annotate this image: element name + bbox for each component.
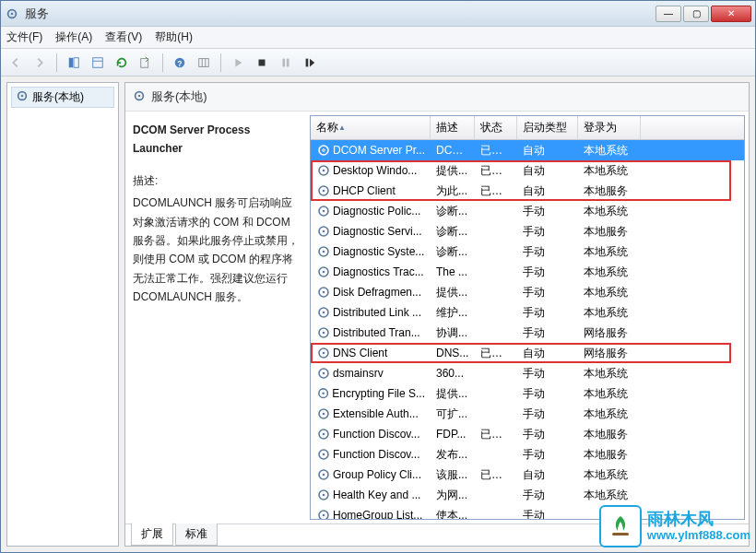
table-row[interactable]: HomeGroup List...使本...手动 bbox=[311, 505, 744, 519]
service-type: 手动 bbox=[517, 488, 578, 503]
svg-point-29 bbox=[323, 230, 325, 233]
col-logon[interactable]: 登录为 bbox=[578, 116, 641, 139]
svg-point-27 bbox=[323, 210, 325, 213]
col-name[interactable]: 名称 ▲ bbox=[311, 116, 431, 139]
tab-standard[interactable]: 标准 bbox=[175, 524, 218, 546]
table-row[interactable]: Desktop Windo...提供...已启动自动本地系统 bbox=[311, 160, 744, 181]
service-name: Disk Defragmen... bbox=[333, 286, 421, 299]
table-row[interactable]: Function Discov...FDP...已启动手动本地服务 bbox=[311, 424, 744, 444]
service-icon bbox=[316, 467, 331, 482]
table-row[interactable]: Diagnostic Servi...诊断...手动本地服务 bbox=[311, 221, 744, 241]
grid-rows[interactable]: DCOM Server Pr...DCO...已启动自动本地系统Desktop … bbox=[311, 140, 744, 519]
menu-view[interactable]: 查看(V) bbox=[105, 29, 142, 45]
service-status: 已启动 bbox=[475, 183, 517, 199]
svg-point-25 bbox=[323, 190, 325, 193]
close-button[interactable]: ✕ bbox=[711, 6, 751, 22]
table-row[interactable]: dsmainsrv360...手动本地系统 bbox=[311, 363, 744, 383]
toolbar-separator bbox=[56, 53, 57, 72]
svg-point-53 bbox=[323, 474, 325, 477]
minimize-button[interactable]: — bbox=[656, 6, 681, 22]
service-type: 手动 bbox=[517, 285, 578, 300]
service-icon bbox=[316, 163, 331, 178]
details-header-text: 服务(本地) bbox=[151, 88, 207, 105]
description-label: 描述: bbox=[133, 171, 299, 190]
table-row[interactable]: Diagnostic Syste...诊断...手动本地系统 bbox=[311, 241, 744, 262]
table-row[interactable]: DNS ClientDNS...已启动自动网络服务 bbox=[311, 343, 744, 363]
svg-rect-12 bbox=[259, 59, 266, 65]
service-icon bbox=[316, 508, 331, 519]
col-desc[interactable]: 描述 bbox=[431, 116, 475, 139]
service-name: Group Policy Cli... bbox=[333, 468, 421, 481]
properties-button[interactable] bbox=[87, 52, 109, 74]
service-logon: 本地系统 bbox=[578, 244, 641, 260]
service-type: 自动 bbox=[517, 346, 578, 361]
tree-pane: 服务(本地) bbox=[6, 82, 119, 547]
menu-action[interactable]: 操作(A) bbox=[55, 29, 92, 45]
service-name: Diagnostic Servi... bbox=[333, 225, 422, 238]
service-name: Function Discov... bbox=[333, 428, 419, 441]
service-logon: 本地服务 bbox=[578, 447, 641, 463]
table-row[interactable]: Group Policy Cli...该服...已启动自动本地系统 bbox=[311, 465, 744, 485]
table-row[interactable]: Disk Defragmen...提供...手动本地系统 bbox=[311, 282, 744, 302]
table-row[interactable]: Diagnostics Trac...The ...手动本地系统 bbox=[311, 262, 744, 282]
table-row[interactable]: Health Key and ...为网...手动本地系统 bbox=[311, 485, 744, 505]
stop-service-button[interactable] bbox=[251, 52, 273, 74]
table-row[interactable]: Encrypting File S...提供...手动本地系统 bbox=[311, 383, 744, 404]
service-desc: 提供... bbox=[431, 285, 475, 300]
svg-rect-14 bbox=[287, 58, 289, 66]
service-logon: 网络服务 bbox=[578, 346, 641, 361]
table-row[interactable]: Distributed Tran...协调...手动网络服务 bbox=[311, 323, 744, 343]
window-controls: — ▢ ✕ bbox=[656, 6, 751, 22]
table-row[interactable]: Distributed Link ...维护...手动本地系统 bbox=[311, 302, 744, 323]
service-logon: 本地系统 bbox=[578, 386, 641, 402]
export-button[interactable] bbox=[135, 52, 157, 74]
service-desc: 该服... bbox=[431, 467, 475, 483]
service-desc: 诊断... bbox=[431, 204, 475, 219]
window-title: 服务 bbox=[25, 6, 656, 22]
service-logon: 网络服务 bbox=[578, 325, 641, 341]
body-area: 服务(本地) 服务(本地) DCOM Server Process Launch… bbox=[1, 76, 755, 552]
service-desc: 提供... bbox=[431, 386, 475, 402]
service-logon: 本地系统 bbox=[578, 143, 641, 159]
menu-file[interactable]: 文件(F) bbox=[6, 29, 42, 45]
table-row[interactable]: Diagnostic Polic...诊断...手动本地系统 bbox=[311, 201, 744, 221]
service-desc: 使本... bbox=[431, 508, 475, 520]
service-name: HomeGroup List... bbox=[333, 509, 422, 519]
tree-node-services-local[interactable]: 服务(本地) bbox=[11, 87, 114, 108]
service-name: Encrypting File S... bbox=[332, 387, 425, 400]
service-logon: 本地系统 bbox=[578, 406, 641, 422]
svg-point-33 bbox=[323, 271, 325, 274]
grid-header: 名称 ▲ 描述 状态 启动类型 登录为 bbox=[311, 116, 744, 140]
service-logon: 本地服务 bbox=[578, 224, 641, 240]
show-hide-tree-button[interactable] bbox=[63, 52, 85, 74]
toolbar-separator bbox=[162, 53, 163, 72]
service-desc: 为此... bbox=[431, 183, 475, 199]
table-row[interactable]: Function Discov...发布...手动本地服务 bbox=[311, 444, 744, 465]
service-icon bbox=[316, 285, 331, 300]
service-logon: 本地系统 bbox=[578, 163, 641, 179]
service-name: Function Discov... bbox=[333, 448, 419, 461]
svg-point-37 bbox=[323, 312, 325, 314]
table-row[interactable]: DHCP Client为此...已启动自动本地服务 bbox=[311, 181, 744, 201]
service-logon: 本地服务 bbox=[578, 183, 641, 199]
details-body: DCOM Server Process Launcher 描述: DCOMLAU… bbox=[125, 112, 749, 524]
refresh-button[interactable] bbox=[111, 52, 133, 74]
col-type[interactable]: 启动类型 bbox=[517, 116, 578, 139]
service-desc: 可扩... bbox=[431, 406, 475, 422]
svg-text:?: ? bbox=[177, 58, 182, 67]
svg-point-47 bbox=[323, 413, 325, 416]
tab-extended[interactable]: 扩展 bbox=[131, 523, 173, 546]
service-desc: 诊断... bbox=[431, 224, 475, 240]
table-row[interactable]: Extensible Auth...可扩...手动本地系统 bbox=[311, 404, 744, 424]
help-button[interactable]: ? bbox=[169, 52, 191, 74]
restart-service-button[interactable] bbox=[299, 52, 321, 74]
maximize-button[interactable]: ▢ bbox=[683, 6, 709, 22]
details-pane: 服务(本地) DCOM Server Process Launcher 描述: … bbox=[124, 82, 750, 547]
service-name: Distributed Link ... bbox=[333, 306, 421, 319]
menu-help[interactable]: 帮助(H) bbox=[155, 29, 193, 45]
service-icon bbox=[316, 406, 331, 421]
service-type: 手动 bbox=[517, 265, 578, 280]
col-status[interactable]: 状态 bbox=[475, 116, 517, 139]
columns-button[interactable] bbox=[193, 52, 215, 74]
table-row[interactable]: DCOM Server Pr...DCO...已启动自动本地系统 bbox=[311, 140, 744, 160]
